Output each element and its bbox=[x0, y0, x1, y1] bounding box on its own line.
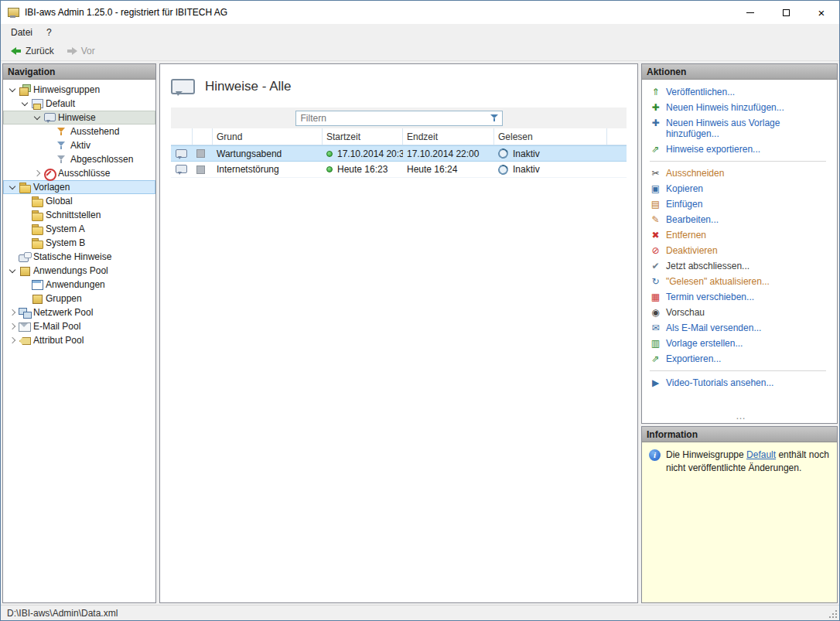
action-vorlage-erstellen[interactable]: ▥ Vorlage erstellen... bbox=[647, 336, 835, 351]
back-label: Zurück bbox=[26, 46, 54, 56]
static-notes-icon bbox=[19, 251, 31, 262]
cell-grund: Internetstörung bbox=[213, 162, 323, 177]
exclusions-icon bbox=[43, 168, 56, 179]
action-gelesen-aktualisieren[interactable]: ↻ "Gelesen" aktualisieren... bbox=[647, 274, 835, 289]
information-header: Information bbox=[642, 427, 837, 442]
action-neuen-hinweis-aus-vorlage[interactable]: ✚ Neuen Hinweis aus Vorlage hinzufügen..… bbox=[647, 115, 835, 142]
back-button[interactable]: Zurück bbox=[5, 43, 60, 59]
tree-item-anwendungs-pool[interactable]: Anwendungs Pool bbox=[3, 264, 155, 278]
tree-item-email-pool[interactable]: E-Mail Pool bbox=[3, 319, 155, 333]
filter-input[interactable] bbox=[301, 113, 490, 124]
chevron-right-icon[interactable] bbox=[8, 322, 17, 331]
reschedule-icon: ▦ bbox=[650, 292, 661, 302]
action-deaktivieren[interactable]: ⊘ Deaktivieren bbox=[647, 243, 835, 258]
active-indicator-icon bbox=[326, 166, 333, 172]
tree-item-abgeschlossen[interactable]: Abgeschlossen bbox=[3, 152, 155, 166]
chevron-down-icon[interactable] bbox=[20, 99, 29, 108]
content-area: Navigation Hinweisgruppen Default Hinwei… bbox=[1, 61, 839, 605]
note-icon bbox=[175, 148, 187, 159]
add-note-icon: ✚ bbox=[650, 102, 661, 113]
tree-item-default[interactable]: Default bbox=[3, 97, 155, 111]
navigation-header: Navigation bbox=[3, 64, 155, 80]
table-row[interactable]: Wartungsabend 17.10.2014 20:30 17.10.201… bbox=[171, 145, 627, 162]
panel-splitter[interactable]: … bbox=[647, 412, 835, 421]
column-header-endzeit[interactable]: Endzeit bbox=[403, 128, 494, 145]
column-header-grund[interactable]: Grund bbox=[213, 128, 323, 145]
chevron-right-icon[interactable] bbox=[8, 336, 17, 345]
tree-item-attribut-pool[interactable]: Attribut Pool bbox=[3, 333, 155, 347]
close-button[interactable]: × bbox=[804, 1, 839, 24]
chevron-down-icon[interactable] bbox=[8, 183, 17, 192]
column-header-startzeit[interactable]: Startzeit bbox=[323, 128, 403, 145]
action-kopieren[interactable]: ▣ Kopieren bbox=[647, 181, 835, 196]
chevron-down-icon[interactable] bbox=[8, 266, 17, 275]
tree-item-global[interactable]: Global bbox=[3, 194, 155, 208]
attribute-icon bbox=[19, 335, 31, 346]
main-header: Hinweise - Alle bbox=[160, 64, 637, 106]
tree-item-hinweisgruppen[interactable]: Hinweisgruppen bbox=[3, 83, 155, 97]
tree-item-system-b[interactable]: System B bbox=[3, 236, 155, 250]
remove-icon: ✖ bbox=[650, 230, 661, 241]
action-einfuegen[interactable]: ▤ Einfügen bbox=[647, 196, 835, 212]
chevron-spacer bbox=[8, 252, 17, 261]
actions-panel: Aktionen ⇑ Veröffentlichen... ✚ Neuen Hi… bbox=[641, 63, 838, 424]
active-indicator-icon bbox=[326, 151, 333, 157]
action-video-tutorials[interactable]: ▶ Video-Tutorials ansehen... bbox=[647, 375, 835, 391]
tree-item-aktiv[interactable]: Aktiv bbox=[3, 138, 155, 152]
tree-item-ausschluesse[interactable]: Ausschlüsse bbox=[3, 166, 155, 180]
filter-icon[interactable] bbox=[490, 113, 500, 123]
filter-bar bbox=[171, 107, 627, 128]
tree-item-schnittstellen[interactable]: Schnittstellen bbox=[3, 208, 155, 222]
cell-gelesen: Inaktiv bbox=[494, 146, 607, 161]
chevron-right-icon[interactable] bbox=[32, 169, 42, 178]
separator bbox=[650, 370, 826, 371]
action-hinweise-exportieren[interactable]: ⇗ Hinweise exportieren... bbox=[647, 142, 835, 157]
table-row[interactable]: Internetstörung Heute 16:23 Heute 16:24 … bbox=[171, 162, 627, 178]
app-window: IBI-aws Admin 1.25.0 - registriert für I… bbox=[0, 0, 840, 621]
tree-item-anwendungen[interactable]: Anwendungen bbox=[3, 278, 155, 292]
action-als-email-versenden[interactable]: ✉ Als E-Mail versenden... bbox=[647, 320, 835, 336]
chevron-right-icon[interactable] bbox=[8, 308, 17, 317]
tree-item-gruppen[interactable]: Gruppen bbox=[3, 292, 155, 305]
action-neuen-hinweis-hinzufuegen[interactable]: ✚ Neuen Hinweis hinzufügen... bbox=[647, 100, 835, 115]
deactivate-icon: ⊘ bbox=[650, 245, 661, 256]
action-veroeffentlichen[interactable]: ⇑ Veröffentlichen... bbox=[647, 84, 835, 100]
resize-grip-icon[interactable] bbox=[827, 608, 838, 619]
filter-completed-icon bbox=[56, 154, 68, 165]
action-ausschneiden[interactable]: ✂ Ausschneiden bbox=[647, 165, 835, 181]
tree-item-vorlagen[interactable]: Vorlagen bbox=[3, 180, 155, 194]
chevron-down-icon[interactable] bbox=[32, 113, 42, 122]
column-header-gelesen[interactable]: Gelesen bbox=[494, 128, 607, 145]
folder-icon bbox=[31, 223, 43, 234]
maximize-button[interactable] bbox=[768, 1, 804, 24]
titlebar: IBI-aws Admin 1.25.0 - registriert für I… bbox=[1, 1, 839, 24]
cell-gelesen: Inaktiv bbox=[494, 162, 607, 177]
column-header-icon1[interactable] bbox=[171, 128, 193, 145]
action-jetzt-abschliessen[interactable]: ✔ Jetzt abschliessen... bbox=[647, 258, 835, 274]
export-notes-icon: ⇗ bbox=[650, 144, 661, 155]
filter-box bbox=[295, 111, 503, 126]
chevron-down-icon[interactable] bbox=[8, 85, 17, 94]
action-bearbeiten[interactable]: ✎ Bearbeiten... bbox=[647, 212, 835, 227]
menu-help[interactable]: ? bbox=[39, 24, 59, 41]
forward-button[interactable]: Vor bbox=[61, 43, 101, 59]
tree-item-statische-hinweise[interactable]: Statische Hinweise bbox=[3, 250, 155, 264]
tree-item-ausstehend[interactable]: Ausstehend bbox=[3, 125, 155, 138]
default-group-link[interactable]: Default bbox=[746, 449, 776, 460]
main-panel: Hinweise - Alle Grund Startzeit Endzeit … bbox=[159, 63, 638, 603]
column-header-icon2[interactable] bbox=[193, 128, 213, 145]
minimize-button[interactable] bbox=[732, 1, 768, 24]
chevron-spacer bbox=[20, 238, 29, 247]
action-termin-verschieben[interactable]: ▦ Termin verschieben... bbox=[647, 289, 835, 305]
maximize-icon bbox=[783, 9, 790, 16]
tree-item-system-a[interactable]: System A bbox=[3, 222, 155, 236]
forward-label: Vor bbox=[81, 46, 95, 56]
action-exportieren[interactable]: ⇗ Exportieren... bbox=[647, 351, 835, 367]
action-entfernen[interactable]: ✖ Entfernen bbox=[647, 227, 835, 243]
menu-datei[interactable]: Datei bbox=[4, 24, 39, 41]
action-vorschau[interactable]: ◉ Vorschau bbox=[647, 305, 835, 320]
tree-item-hinweise[interactable]: Hinweise bbox=[3, 111, 155, 125]
cell-startzeit: 17.10.2014 20:30 bbox=[323, 146, 403, 161]
scissors-icon: ✂ bbox=[650, 168, 661, 179]
tree-item-netzwerk-pool[interactable]: Netzwerk Pool bbox=[3, 305, 155, 319]
